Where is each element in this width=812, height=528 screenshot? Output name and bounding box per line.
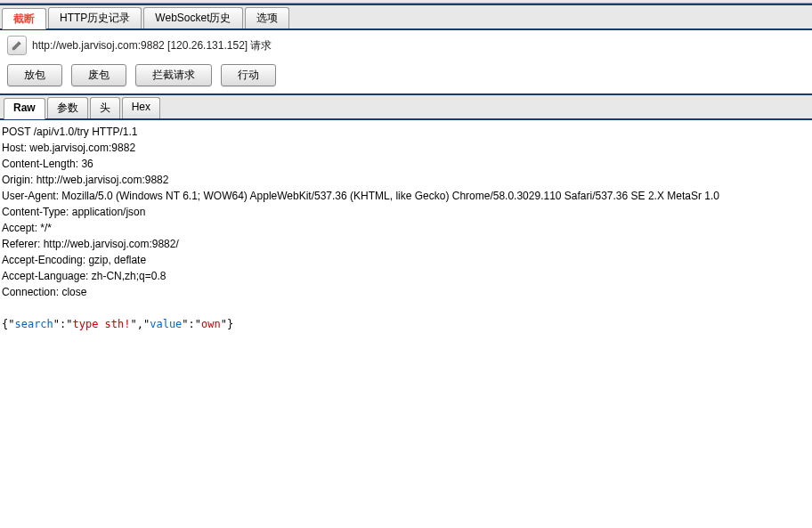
raw-line: Content-Type: application/json — [2, 204, 810, 220]
raw-line: POST /api/v1.0/try HTTP/1.1 — [2, 124, 810, 140]
forward-button[interactable]: 放包 — [7, 64, 62, 86]
json-sep: "," — [131, 318, 150, 330]
raw-line: Accept-Language: zh-CN,zh;q=0.8 — [2, 268, 810, 284]
raw-line: Content-Length: 36 — [2, 156, 810, 172]
tab-params[interactable]: 参数 — [47, 97, 88, 118]
tab-hex[interactable]: Hex — [122, 97, 160, 118]
raw-line: Accept-Encoding: gzip, deflate — [2, 252, 810, 268]
json-key: value — [150, 318, 182, 330]
json-key: search — [14, 318, 53, 330]
raw-line: User-Agent: Mozilla/5.0 (Windows NT 6.1;… — [2, 188, 810, 204]
json-brace: "} — [221, 318, 233, 330]
tab-ws-history[interactable]: WebSocket历史 — [143, 7, 242, 28]
tab-headers[interactable]: 头 — [90, 97, 120, 118]
request-body: {"search":"type sth!","value":"own"} — [2, 316, 810, 332]
raw-line: Origin: http://web.jarvisoj.com:9882 — [2, 172, 810, 188]
edit-icon[interactable] — [7, 36, 27, 55]
raw-line: Connection: close — [2, 284, 810, 300]
tab-raw[interactable]: Raw — [4, 98, 45, 119]
sub-tab-bar: 截断 HTTP历史记录 WebSocket历史 选项 — [0, 5, 812, 28]
action-button[interactable]: 行动 — [221, 64, 276, 86]
json-brace: {" — [2, 318, 14, 330]
view-tab-bar: Raw 参数 头 Hex — [0, 95, 812, 118]
action-button-row: 放包 废包 拦截请求 行动 — [0, 61, 812, 93]
json-value: type sth! — [73, 318, 131, 330]
tab-http-history[interactable]: HTTP历史记录 — [48, 7, 142, 28]
json-value: own — [201, 318, 221, 330]
intercept-toggle-button[interactable]: 拦截请求 — [135, 64, 212, 86]
raw-line: Host: web.jarvisoj.com:9882 — [2, 140, 810, 156]
json-sep: ":" — [53, 318, 73, 330]
address-row: http://web.jarvisoj.com:9882 [120.26.131… — [0, 30, 812, 61]
raw-request-view[interactable]: POST /api/v1.0/try HTTP/1.1 Host: web.ja… — [0, 120, 812, 336]
drop-button[interactable]: 废包 — [71, 64, 126, 86]
tab-options[interactable]: 选项 — [245, 7, 289, 28]
request-address: http://web.jarvisoj.com:9882 [120.26.131… — [32, 38, 272, 53]
tab-intercept[interactable]: 截断 — [2, 8, 46, 29]
raw-line: Accept: */* — [2, 220, 810, 236]
raw-line: Referer: http://web.jarvisoj.com:9882/ — [2, 236, 810, 252]
json-sep: ":" — [182, 318, 201, 330]
